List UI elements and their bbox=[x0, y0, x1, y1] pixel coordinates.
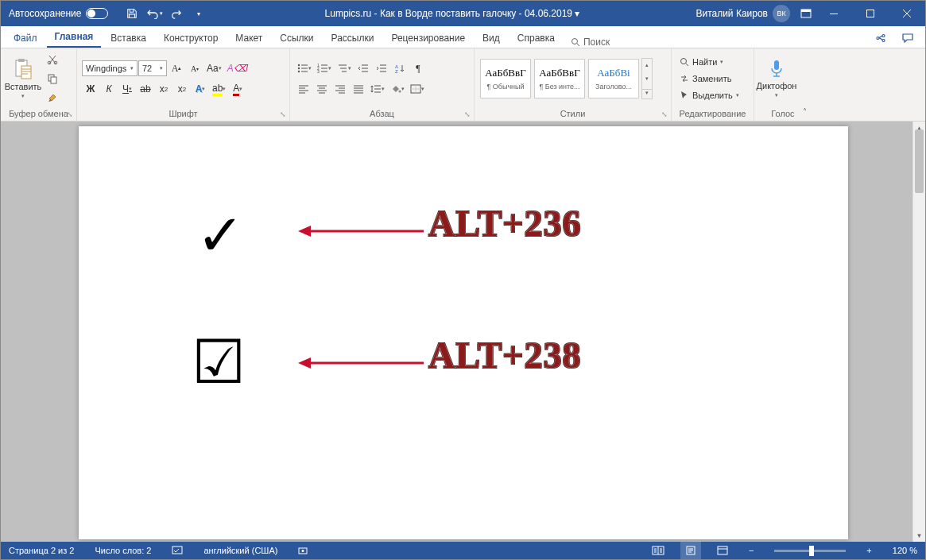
print-layout-button[interactable] bbox=[680, 542, 701, 559]
ribbon-display-options-button[interactable] bbox=[796, 4, 816, 23]
svg-point-14 bbox=[298, 71, 300, 72]
grow-font-button[interactable]: A▴ bbox=[168, 60, 185, 77]
style-normal[interactable]: АаБбВвГ¶ Обычный bbox=[480, 59, 531, 98]
justify-button[interactable] bbox=[350, 80, 367, 98]
strikethrough-button[interactable]: ab bbox=[137, 80, 154, 98]
minimize-button[interactable] bbox=[816, 1, 852, 26]
bold-button[interactable]: Ж bbox=[82, 80, 99, 98]
style-no-spacing[interactable]: АаБбВвГ¶ Без инте... bbox=[534, 59, 585, 98]
decrease-indent-button[interactable] bbox=[355, 60, 372, 77]
borders-button[interactable]: ▾ bbox=[408, 80, 427, 98]
tab-view[interactable]: Вид bbox=[475, 28, 508, 48]
maximize-button[interactable] bbox=[852, 1, 889, 26]
multilevel-list-button[interactable]: ▾ bbox=[335, 60, 354, 77]
user-account[interactable]: Виталий Каиров ВК bbox=[689, 5, 796, 22]
style-heading1[interactable]: АаБбВіЗаголово... bbox=[588, 59, 639, 98]
align-center-icon bbox=[316, 84, 327, 94]
superscript-button[interactable]: x2 bbox=[173, 80, 191, 98]
replace-button[interactable]: Заменить bbox=[676, 71, 742, 87]
shrink-font-button[interactable]: A▾ bbox=[186, 60, 203, 77]
clear-formatting-button[interactable]: A⌫ bbox=[225, 60, 250, 77]
shading-button[interactable]: ▾ bbox=[388, 80, 407, 98]
font-launcher-icon[interactable]: ⤡ bbox=[278, 110, 288, 119]
increase-indent-button[interactable] bbox=[373, 60, 390, 77]
select-button[interactable]: Выделить▾ bbox=[676, 87, 742, 103]
undo-button[interactable]: ▾ bbox=[145, 4, 164, 23]
style-preview: АаБбВвГ bbox=[485, 67, 525, 79]
search-box[interactable]: Поиск bbox=[564, 37, 616, 48]
tab-design[interactable]: Конструктор bbox=[156, 28, 226, 48]
tab-review[interactable]: Рецензирование bbox=[383, 28, 473, 48]
vertical-scrollbar[interactable]: ▲ ▼ bbox=[912, 122, 925, 542]
qat-more-button[interactable]: ▾ bbox=[189, 4, 208, 23]
select-label: Выделить bbox=[692, 91, 733, 100]
tab-layout[interactable]: Макет bbox=[227, 28, 270, 48]
tab-help[interactable]: Справка bbox=[509, 28, 563, 48]
font-name-value: Wingdings bbox=[86, 64, 126, 73]
cut-button[interactable] bbox=[44, 51, 61, 68]
tab-file[interactable]: Файл bbox=[6, 28, 45, 48]
align-left-button[interactable] bbox=[295, 80, 312, 98]
comments-button[interactable] bbox=[898, 29, 917, 48]
zoom-slider[interactable] bbox=[774, 550, 846, 552]
collapse-ribbon-button[interactable]: ˄ bbox=[803, 107, 807, 116]
bullets-button[interactable]: ▾ bbox=[295, 60, 314, 77]
user-name: Виталий Каиров bbox=[695, 8, 768, 19]
web-layout-button[interactable] bbox=[712, 542, 733, 559]
align-center-button[interactable] bbox=[313, 80, 331, 98]
document-page[interactable]: ✓ ☑ ALT+236 ALT+238 bbox=[79, 126, 848, 539]
paragraph-launcher-icon[interactable]: ⤡ bbox=[463, 110, 472, 119]
paste-button[interactable]: Вставить ▾ bbox=[4, 52, 42, 105]
subscript-button[interactable]: x2 bbox=[155, 80, 172, 98]
save-button[interactable] bbox=[122, 4, 141, 23]
language-indicator[interactable]: английский (США) bbox=[199, 542, 282, 559]
font-name-combo[interactable]: Wingdings▾ bbox=[82, 60, 138, 76]
italic-button[interactable]: К bbox=[100, 80, 118, 98]
align-right-button[interactable] bbox=[331, 80, 349, 98]
svg-rect-3 bbox=[867, 10, 874, 17]
zoom-out-button[interactable]: − bbox=[744, 542, 758, 559]
tab-mailings[interactable]: Рассылки bbox=[324, 28, 382, 48]
font-color-button[interactable]: A▾ bbox=[229, 80, 246, 98]
macro-button[interactable] bbox=[293, 542, 312, 559]
font-size-combo[interactable]: 72▾ bbox=[138, 60, 167, 76]
spellcheck-button[interactable] bbox=[167, 542, 188, 559]
style-name: Заголово... bbox=[595, 83, 632, 91]
copy-button[interactable] bbox=[44, 70, 61, 87]
zoom-slider-handle[interactable] bbox=[809, 546, 814, 556]
tab-insert[interactable]: Вставка bbox=[103, 28, 154, 48]
numbering-button[interactable]: 123▾ bbox=[315, 60, 334, 77]
autosave-toggle[interactable]: Автосохранение bbox=[1, 8, 116, 19]
redo-button[interactable] bbox=[167, 4, 186, 23]
format-painter-button[interactable] bbox=[44, 89, 61, 106]
scrollbar-thumb[interactable] bbox=[915, 129, 924, 193]
highlight-button[interactable]: ab▾ bbox=[210, 80, 228, 98]
change-case-button[interactable]: Aa▾ bbox=[204, 60, 224, 77]
tab-home[interactable]: Главная bbox=[47, 26, 102, 48]
styles-launcher-icon[interactable]: ⤡ bbox=[660, 110, 669, 119]
line-spacing-button[interactable]: ▾ bbox=[368, 80, 387, 98]
group-label-paragraph: Абзац bbox=[293, 107, 471, 121]
ribbon-tabs: Файл Главная Вставка Конструктор Макет С… bbox=[1, 26, 925, 48]
share-button[interactable] bbox=[871, 29, 890, 48]
scroll-down-button[interactable]: ▼ bbox=[913, 529, 925, 542]
show-marks-button[interactable]: ¶ bbox=[409, 60, 427, 77]
sort-button[interactable]: AZ bbox=[391, 60, 409, 77]
style-name: ¶ Обычный bbox=[486, 83, 524, 91]
tab-references[interactable]: Ссылки bbox=[272, 28, 321, 48]
word-count[interactable]: Число слов: 2 bbox=[90, 542, 156, 559]
dictate-button[interactable]: Диктофон ▾ bbox=[757, 52, 796, 105]
close-button[interactable] bbox=[889, 1, 925, 26]
underline-button[interactable]: Ч▾ bbox=[118, 80, 136, 98]
read-mode-button[interactable] bbox=[647, 542, 669, 559]
clipboard-launcher-icon[interactable]: ⤡ bbox=[65, 110, 75, 119]
toggle-switch-icon[interactable] bbox=[86, 8, 108, 19]
text-effects-button[interactable]: A▾ bbox=[192, 80, 209, 98]
page-indicator[interactable]: Страница 2 из 2 bbox=[4, 542, 79, 559]
group-label-styles: Стили bbox=[478, 107, 668, 121]
zoom-level[interactable]: 120 % bbox=[888, 542, 922, 559]
document-area[interactable]: ✓ ☑ ALT+236 ALT+238 bbox=[1, 122, 912, 542]
find-button[interactable]: Найти▾ bbox=[676, 54, 742, 70]
styles-scroller[interactable]: ▴▾▾ bbox=[641, 58, 653, 99]
zoom-in-button[interactable]: + bbox=[862, 542, 876, 559]
